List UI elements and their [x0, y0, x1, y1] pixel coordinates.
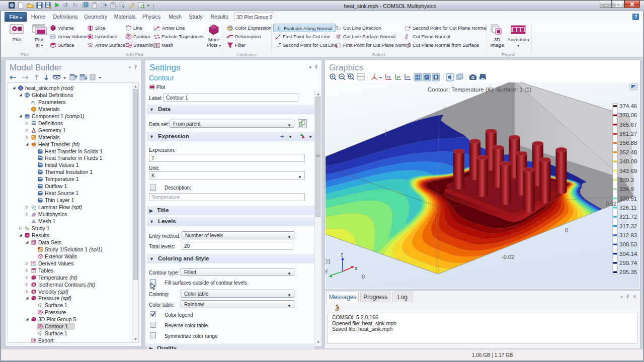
svg-text:352.48: 352.48 — [619, 149, 637, 155]
svg-text:0: 0 — [362, 274, 365, 280]
svg-text:321.72: 321.72 — [619, 214, 637, 220]
svg-text:x: x — [355, 265, 357, 271]
svg-text:361.27: 361.27 — [619, 131, 637, 137]
svg-text:0.02: 0.02 — [606, 201, 616, 207]
svg-text:304.14: 304.14 — [619, 251, 637, 257]
svg-text:308.53: 308.53 — [619, 241, 637, 247]
svg-text:zx: zx — [406, 74, 410, 79]
svg-text:312.93: 312.93 — [619, 232, 637, 238]
svg-text:339.3: 339.3 — [619, 177, 634, 183]
svg-text:330.51: 330.51 — [619, 196, 637, 202]
svg-text:xy: xy — [387, 74, 391, 79]
svg-text:-0.02: -0.02 — [502, 254, 514, 260]
svg-text:0: 0 — [565, 227, 568, 233]
svg-text:343.69: 343.69 — [619, 168, 637, 174]
svg-text:348.09: 348.09 — [619, 158, 637, 164]
svg-text:z: z — [341, 252, 343, 257]
svg-text:334.9: 334.9 — [619, 186, 634, 192]
svg-text:365.67: 365.67 — [619, 122, 637, 128]
svg-text:e-12: e-12 — [31, 264, 36, 266]
svg-text:295.35: 295.35 — [619, 269, 637, 275]
svg-text:317.32: 317.32 — [619, 223, 637, 229]
svg-text:yz: yz — [396, 74, 400, 79]
svg-text:.01: .01 — [326, 258, 331, 264]
svg-text:299.74: 299.74 — [619, 260, 637, 266]
svg-text:374.46: 374.46 — [619, 103, 637, 109]
svg-text:356.88: 356.88 — [619, 140, 637, 146]
svg-text:y: y — [326, 268, 328, 274]
svg-text:Contour: Temperature (K) Surf: Contour: Temperature (K) Surface: 1 (1) — [428, 86, 531, 93]
svg-text:370.06: 370.06 — [619, 112, 637, 118]
svg-text:Pi: Pi — [31, 100, 35, 105]
svg-text:326.11: 326.11 — [619, 205, 636, 211]
